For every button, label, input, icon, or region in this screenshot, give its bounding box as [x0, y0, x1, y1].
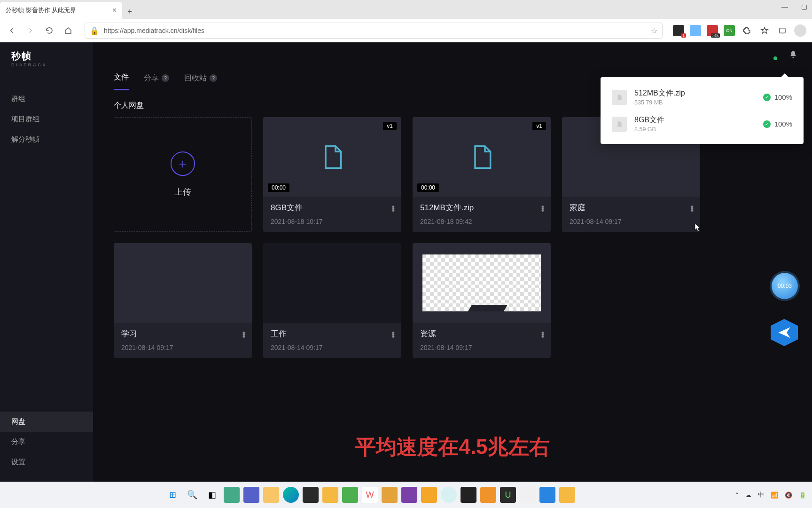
sidebar: 秒帧 DIATRACK 群组 项目群组 解分秒帧 网盘 分享 设置 — [0, 42, 93, 482]
app-icon[interactable] — [401, 487, 417, 503]
image-thumb — [413, 243, 551, 323]
card-date: 2021-08-14 09:17 — [570, 218, 693, 225]
card-date: 2021-08-14 09:17 — [271, 344, 394, 351]
ime-indicator[interactable]: 中 — [758, 491, 764, 499]
file-icon — [612, 90, 627, 105]
file-card[interactable]: v1 00:00 512MB文件.zip 2021-08-18 09:42 ••… — [413, 117, 551, 232]
more-icon[interactable]: ••• — [691, 206, 694, 212]
app-icon[interactable] — [520, 487, 536, 503]
duration-badge: 00:00 — [417, 183, 439, 192]
app-icon[interactable] — [539, 487, 555, 503]
app-icon[interactable] — [322, 487, 338, 503]
maximize-icon[interactable]: ▢ — [801, 3, 807, 10]
sidebar-item-project[interactable]: 项目群组 — [0, 109, 93, 129]
back-button[interactable] — [6, 24, 18, 37]
volume-icon[interactable]: 🔇 — [785, 492, 792, 499]
ext-icon-bird[interactable] — [690, 25, 701, 36]
extensions-button[interactable] — [741, 24, 753, 37]
forward-button[interactable] — [24, 24, 37, 37]
help-icon[interactable]: ? — [162, 74, 169, 82]
sidebar-item-settings[interactable]: 设置 — [0, 452, 93, 472]
close-tab-icon[interactable]: × — [112, 6, 117, 15]
folder-thumb — [263, 243, 401, 323]
help-icon[interactable]: ? — [210, 74, 217, 82]
browser-chrome: 分秒帧 影音协作 从此无界 × ＋ — ▢ 🔒 https://app.medi… — [0, 0, 812, 42]
battery-icon[interactable]: 🔋 — [799, 492, 806, 499]
upload-status: ✓ 100% — [763, 93, 792, 101]
app-icon[interactable] — [342, 487, 358, 503]
minimize-icon[interactable]: — — [781, 3, 788, 10]
transfer-ok-dot — [773, 56, 777, 60]
file-card[interactable]: 学习 2021-08-14 09:17 ••• — [114, 243, 252, 358]
bell-icon[interactable] — [789, 50, 798, 59]
explorer-icon[interactable] — [263, 487, 279, 503]
card-title: 家庭 — [570, 202, 693, 213]
tab-strip: 分秒帧 影音协作 从此无界 × ＋ — [0, 0, 812, 19]
card-date: 2021-08-14 09:17 — [121, 344, 244, 351]
taskbar: ⊞ 🔍 ◧ W U ˄ ☁ 中 📶 🔇 🔋 — [0, 482, 812, 508]
tab-trash[interactable]: 回收站? — [184, 73, 217, 90]
sidebar-item-team[interactable]: 群组 — [0, 89, 93, 109]
profile-button[interactable] — [794, 24, 806, 37]
logo-subtext: DIATRACK — [11, 63, 47, 67]
refresh-button[interactable] — [43, 24, 55, 37]
file-card[interactable]: 工作 2021-08-14 09:17 ••• — [263, 243, 401, 358]
address-bar[interactable]: 🔒 https://app.mediatrack.cn/disk/files ☆ — [85, 23, 663, 39]
wifi-icon[interactable]: 📶 — [771, 492, 778, 499]
more-icon[interactable]: ••• — [242, 332, 245, 338]
logo: 秒帧 DIATRACK — [0, 42, 93, 75]
favorite-icon[interactable]: ☆ — [651, 26, 657, 35]
app-icon[interactable] — [559, 487, 575, 503]
overlay-caption: 平均速度在4.5兆左右 — [93, 433, 812, 461]
favorites-button[interactable] — [758, 24, 771, 37]
upload-status: ✓ 100% — [763, 120, 792, 128]
file-card[interactable]: 资源 2021-08-14 09:17 ••• — [413, 243, 551, 358]
url-text: https://app.mediatrack.cn/disk/files — [104, 27, 204, 34]
app-icon[interactable] — [303, 487, 319, 503]
start-button[interactable]: ⊞ — [164, 487, 180, 503]
taskview-icon[interactable]: ◧ — [204, 487, 220, 503]
app-icon[interactable] — [382, 487, 398, 503]
onedrive-icon[interactable]: ☁ — [745, 492, 751, 499]
ext-icon-1[interactable]: 1 — [673, 25, 684, 36]
more-icon[interactable]: ••• — [392, 332, 395, 338]
transfer-icon[interactable] — [767, 50, 776, 59]
record-timer[interactable]: 00:03 — [772, 273, 798, 299]
card-date: 2021-08-18 09:42 — [420, 218, 543, 225]
app-icon[interactable] — [480, 487, 496, 503]
upload-size: 535.79 MB — [634, 99, 756, 106]
upload-item[interactable]: 8GB文件 8.59 GB ✓ 100% — [601, 111, 804, 137]
browser-tab[interactable]: 分秒帧 影音协作 从此无界 × — [0, 2, 122, 19]
file-card[interactable]: v1 00:00 8GB文件 2021-08-18 10:17 ••• — [263, 117, 401, 232]
new-tab-button[interactable]: ＋ — [122, 4, 137, 19]
upload-name: 8GB文件 — [634, 115, 756, 125]
app-icon[interactable]: W — [362, 487, 378, 503]
version-badge: v1 — [532, 122, 546, 130]
upload-item[interactable]: 512MB文件.zip 535.79 MB ✓ 100% — [601, 84, 804, 111]
app-icon[interactable]: U — [500, 487, 516, 503]
upload-card[interactable]: ＋ 上传 — [114, 117, 252, 232]
ext-icon-3[interactable]: >2k — [707, 25, 718, 36]
more-icon[interactable]: ••• — [541, 206, 544, 212]
app-icon[interactable] — [421, 487, 437, 503]
sidebar-item-disk[interactable]: 网盘 — [0, 412, 93, 432]
card-title: 8GB文件 — [271, 202, 394, 213]
sidebar-item-share2[interactable]: 分享 — [0, 432, 93, 452]
edge-icon[interactable] — [283, 487, 299, 503]
ext-icon-on[interactable]: ON — [724, 25, 735, 36]
search-icon[interactable]: 🔍 — [184, 487, 200, 503]
extensions: 1 >2k ON — [673, 24, 806, 37]
app-icon[interactable] — [461, 487, 476, 503]
chat-icon[interactable] — [243, 487, 259, 503]
tab-files[interactable]: 文件 — [114, 72, 129, 90]
home-button[interactable] — [62, 24, 74, 37]
breadcrumb: 个人网盘 — [114, 101, 144, 111]
widgets-icon[interactable] — [224, 487, 240, 503]
more-icon[interactable]: ••• — [541, 332, 544, 338]
app-icon[interactable] — [441, 487, 457, 503]
tray-chevron-icon[interactable]: ˄ — [735, 492, 739, 499]
collections-button[interactable] — [776, 24, 789, 37]
more-icon[interactable]: ••• — [392, 206, 395, 212]
tab-share[interactable]: 分享? — [144, 73, 169, 90]
sidebar-item-about[interactable]: 解分秒帧 — [0, 129, 93, 150]
